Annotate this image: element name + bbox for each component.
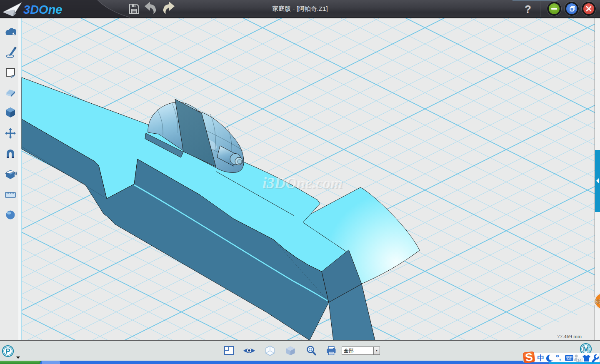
- svg-text:中: 中: [538, 354, 545, 362]
- svg-text:14: 14: [577, 358, 581, 362]
- svg-text:63: 63: [595, 298, 600, 305]
- svg-text:M: M: [583, 345, 589, 353]
- svg-text:P: P: [5, 347, 10, 355]
- svg-text:S: S: [525, 351, 534, 364]
- svg-text:,: ,: [559, 354, 561, 361]
- svg-text:i3DOne.com: i3DOne.com: [262, 175, 342, 192]
